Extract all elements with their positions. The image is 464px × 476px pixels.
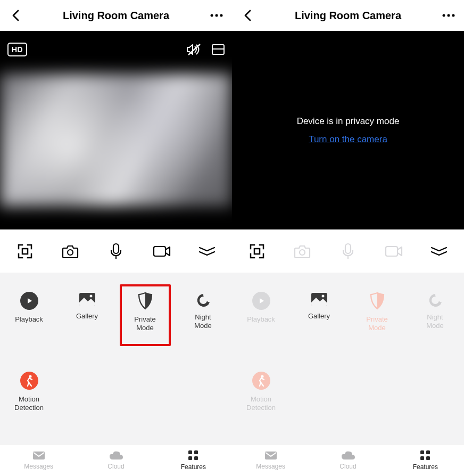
microphone-icon: [110, 243, 122, 260]
svg-point-29: [321, 294, 324, 297]
grid-icon: [419, 449, 431, 461]
walker-icon: [24, 375, 34, 387]
gallery-icon: [78, 292, 96, 307]
svg-point-30: [432, 297, 439, 304]
svg-rect-6: [22, 249, 28, 254]
nav-features[interactable]: Features: [155, 449, 232, 471]
feature-label: Night Mode: [194, 313, 212, 331]
gallery-icon: [310, 292, 328, 307]
feature-label: Private Mode: [134, 315, 155, 333]
snapshot-button[interactable]: [51, 244, 90, 259]
chevron-double-down-icon: [430, 247, 448, 256]
feature-motion-detection: Motion Detection: [232, 364, 290, 444]
nav-features[interactable]: Features: [387, 449, 464, 471]
svg-point-14: [29, 375, 31, 377]
bottom-nav: Messages Cloud Features: [0, 444, 232, 476]
more-button[interactable]: [441, 7, 457, 23]
svg-point-21: [448, 14, 450, 17]
nav-label: Cloud: [107, 463, 124, 470]
nav-label: Messages: [256, 463, 285, 470]
svg-point-13: [200, 297, 207, 304]
envelope-icon: [32, 450, 46, 461]
feature-private-mode[interactable]: Private Mode: [116, 284, 174, 364]
record-button: [374, 244, 413, 258]
video-stream[interactable]: [0, 73, 232, 207]
fullscreen-icon: [249, 243, 265, 259]
envelope-icon: [264, 450, 278, 461]
microphone-button[interactable]: [96, 243, 136, 260]
features-grid: Playback Gallery Private Mode Night Mode…: [232, 273, 464, 444]
turn-on-camera-link[interactable]: Turn on the camera: [309, 134, 387, 145]
walker-icon: [256, 375, 266, 387]
more-button[interactable]: [209, 7, 225, 23]
feature-gallery[interactable]: Gallery: [290, 284, 348, 364]
microphone-button: [328, 243, 368, 260]
feature-private-mode[interactable]: Private Mode: [348, 284, 406, 364]
fullscreen-button[interactable]: [5, 243, 45, 259]
expand-button[interactable]: [187, 247, 227, 256]
chevron-double-down-icon: [198, 247, 216, 256]
mute-button[interactable]: [186, 43, 202, 56]
more-icon: [442, 14, 455, 17]
back-button[interactable]: [7, 7, 23, 23]
action-row: [232, 229, 464, 273]
chevron-left-icon: [244, 10, 251, 21]
nav-label: Cloud: [339, 463, 356, 470]
svg-rect-16: [188, 450, 192, 454]
header: Living Room Camera: [0, 0, 232, 31]
feature-playback: Playback: [232, 284, 290, 364]
svg-rect-18: [188, 456, 192, 460]
shield-icon: [370, 292, 385, 310]
privacy-message-block: Device is in privacy mode Turn on the ca…: [232, 31, 464, 229]
play-icon: [258, 297, 265, 305]
svg-rect-15: [33, 452, 45, 459]
svg-rect-32: [265, 452, 277, 459]
svg-point-1: [216, 14, 218, 17]
svg-point-22: [452, 14, 455, 17]
video-toolbar: HD: [0, 31, 232, 68]
snapshot-button: [283, 244, 322, 259]
nav-messages[interactable]: Messages: [0, 450, 77, 470]
nav-cloud[interactable]: Cloud: [77, 450, 154, 470]
feature-night-mode[interactable]: Night Mode: [174, 284, 232, 364]
more-icon: [210, 14, 223, 17]
nav-messages[interactable]: Messages: [232, 450, 309, 470]
hd-badge[interactable]: HD: [7, 43, 27, 56]
bottom-nav: Messages Cloud Features: [232, 444, 464, 476]
nav-label: Features: [413, 463, 438, 471]
video-area-privacy: Device is in privacy mode Turn on the ca…: [232, 31, 464, 229]
feature-label: Private Mode: [366, 315, 387, 333]
page-title: Living Room Camera: [23, 10, 209, 22]
moon-icon: [195, 292, 212, 308]
camera-icon: [294, 244, 311, 259]
videocam-icon: [153, 244, 171, 258]
nav-label: Messages: [24, 463, 53, 470]
feature-label: Gallery: [76, 312, 98, 321]
pane-right: Living Room Camera Device is in privacy …: [232, 0, 464, 476]
back-button[interactable]: [239, 7, 255, 23]
svg-point-7: [68, 250, 73, 255]
feature-gallery[interactable]: Gallery: [58, 284, 116, 364]
svg-rect-25: [345, 244, 351, 253]
feature-label: Motion Detection: [246, 395, 276, 413]
nav-cloud[interactable]: Cloud: [309, 450, 386, 470]
feature-playback[interactable]: Playback: [0, 284, 58, 364]
svg-point-24: [300, 250, 305, 255]
layout-button[interactable]: [212, 44, 225, 55]
fullscreen-button[interactable]: [237, 243, 277, 259]
svg-rect-33: [420, 450, 424, 454]
nav-label: Features: [181, 463, 206, 471]
header: Living Room Camera: [232, 0, 464, 31]
feature-label: Gallery: [308, 312, 330, 321]
page-title: Living Room Camera: [255, 10, 441, 22]
svg-rect-27: [386, 247, 397, 256]
camera-icon: [62, 244, 79, 259]
expand-button[interactable]: [419, 247, 459, 256]
cloud-icon: [109, 450, 123, 461]
record-button[interactable]: [142, 244, 181, 258]
svg-rect-8: [113, 244, 119, 253]
moon-icon: [427, 292, 444, 308]
feature-motion-detection[interactable]: Motion Detection: [0, 364, 58, 444]
grid-icon: [187, 449, 199, 461]
shield-icon: [138, 292, 153, 310]
